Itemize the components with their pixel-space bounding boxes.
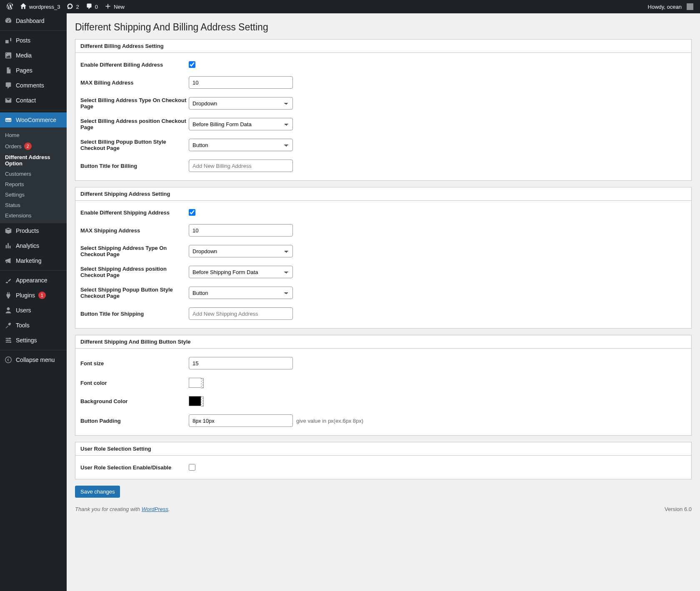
shipping-btn-title-input[interactable] <box>189 307 293 320</box>
comments-link[interactable]: 0 <box>82 0 101 13</box>
howdy-text: Howdy, ocean <box>648 4 682 10</box>
font-color-picker[interactable] <box>189 378 201 388</box>
role-panel: User Role Selection Setting User Role Se… <box>75 442 692 479</box>
bg-color-picker[interactable] <box>189 396 201 406</box>
wp-logo-link[interactable] <box>3 0 17 13</box>
chart-icon <box>4 242 12 250</box>
updates-link[interactable]: 2 <box>63 0 82 13</box>
sidebar-item-woo-home[interactable]: Home <box>0 130 67 140</box>
style-panel-header: Different Shipping And Billing Button St… <box>75 335 691 349</box>
billing-position-select[interactable]: Before Billing Form Data <box>189 118 293 130</box>
woocommerce-icon: woo <box>4 116 12 124</box>
sidebar-item-contact[interactable]: Contact <box>0 93 67 108</box>
plug-icon <box>4 291 12 299</box>
footer: Thank you for creating with WordPress. V… <box>75 498 692 512</box>
sidebar-item-woo-settings[interactable]: Settings <box>0 190 67 200</box>
brush-icon <box>4 276 12 284</box>
update-icon <box>67 3 73 11</box>
comment-icon <box>4 81 12 90</box>
billing-type-label: Select Billing Address Type On Checkout … <box>80 97 189 110</box>
wrench-icon <box>4 321 12 329</box>
font-size-label: Font size <box>80 360 189 367</box>
svg-point-3 <box>7 339 8 341</box>
sidebar-item-settings[interactable]: Settings <box>0 333 67 348</box>
svg-point-4 <box>10 342 12 343</box>
sidebar-item-woo-extensions[interactable]: Extensions <box>0 210 67 221</box>
sidebar-item-analytics[interactable]: Analytics <box>0 238 67 253</box>
sidebar-item-comments[interactable]: Comments <box>0 78 67 93</box>
save-button[interactable]: Save changes <box>75 486 120 498</box>
footer-version: Version 6.0 <box>665 506 692 512</box>
sidebar-item-tools[interactable]: Tools <box>0 318 67 333</box>
font-size-input[interactable] <box>189 357 293 369</box>
shipping-type-select[interactable]: Dropdown <box>189 245 293 257</box>
role-enable-label: User Role Selection Enable/Disable <box>80 464 189 471</box>
shipping-popup-style-label: Select Shipping Popup Button Style Check… <box>80 287 189 299</box>
font-color-label: Font color <box>80 380 189 386</box>
shipping-position-select[interactable]: Before Shipping Form Data <box>189 266 293 278</box>
max-shipping-input[interactable] <box>189 224 293 237</box>
dashboard-icon <box>4 17 12 25</box>
padding-label: Button Padding <box>80 418 189 424</box>
padding-input[interactable] <box>189 414 293 427</box>
shipping-type-label: Select Shipping Address Type On Checkout… <box>80 245 189 257</box>
footer-thanks: Thank you for creating with WordPress. <box>75 506 170 512</box>
wordpress-link[interactable]: WordPress <box>142 506 168 512</box>
max-shipping-label: MAX Shipping Address <box>80 227 189 234</box>
sidebar-item-dashboard[interactable]: Dashboard <box>0 13 67 28</box>
home-icon <box>20 3 27 11</box>
admin-bar: wordpress_3 2 0 New Howdy, ocean <box>0 0 700 13</box>
new-label: New <box>114 4 125 10</box>
sidebar-item-media[interactable]: Media <box>0 48 67 63</box>
sliders-icon <box>4 336 12 344</box>
sidebar-item-woo-orders[interactable]: Orders 2 <box>0 140 67 152</box>
sidebar-item-users[interactable]: Users <box>0 303 67 318</box>
site-link[interactable]: wordpress_3 <box>17 0 63 13</box>
billing-panel: Different Billing Address Setting Enable… <box>75 39 692 181</box>
billing-panel-header: Different Billing Address Setting <box>75 40 691 53</box>
sidebar-item-woo-diff-addr[interactable]: Different Address Option <box>0 152 67 169</box>
shipping-btn-title-label: Button Title for Shipping <box>80 311 189 317</box>
sidebar-item-woocommerce[interactable]: woo WooCommerce <box>0 112 67 127</box>
enable-billing-label: Enable Different Billing Address <box>80 62 189 68</box>
style-panel: Different Shipping And Billing Button St… <box>75 335 692 436</box>
shipping-popup-style-select[interactable]: Button <box>189 287 293 299</box>
max-billing-input[interactable] <box>189 76 293 89</box>
enable-billing-checkbox[interactable] <box>189 61 195 68</box>
shipping-panel-header: Different Shipping Address Setting <box>75 187 691 201</box>
box-icon <box>4 227 12 235</box>
enable-shipping-label: Enable Different Shipping Address <box>80 209 189 216</box>
pin-icon <box>4 36 12 45</box>
new-link[interactable]: New <box>101 0 128 13</box>
wordpress-logo-icon <box>7 3 13 11</box>
sidebar-item-pages[interactable]: Pages <box>0 63 67 78</box>
billing-popup-style-label: Select Billing Popup Button Style Checko… <box>80 139 189 151</box>
main-content: Different Shipping And Billing Address S… <box>67 13 700 591</box>
plugins-badge: 1 <box>38 292 46 299</box>
padding-hint: give value in px(ex.6px 8px) <box>296 418 363 424</box>
billing-type-select[interactable]: Dropdown <box>189 97 293 110</box>
sidebar-item-plugins[interactable]: Plugins 1 <box>0 288 67 303</box>
media-icon <box>4 51 12 60</box>
enable-shipping-checkbox[interactable] <box>189 209 195 216</box>
sidebar-item-collapse[interactable]: Collapse menu <box>0 352 67 367</box>
sidebar-item-products[interactable]: Products <box>0 223 67 238</box>
sidebar-item-woo-customers[interactable]: Customers <box>0 169 67 179</box>
plus-icon <box>105 3 111 11</box>
account-link[interactable]: Howdy, ocean <box>645 0 697 13</box>
sidebar-item-marketing[interactable]: Marketing <box>0 253 67 268</box>
svg-point-2 <box>9 338 11 339</box>
page-icon <box>4 66 12 75</box>
billing-popup-style-select[interactable]: Button <box>189 139 293 151</box>
sidebar-item-woo-status[interactable]: Status <box>0 200 67 210</box>
comments-count: 0 <box>95 4 98 10</box>
billing-btn-title-label: Button Title for Billing <box>80 163 189 169</box>
updates-count: 2 <box>76 4 79 10</box>
sidebar-item-woo-reports[interactable]: Reports <box>0 179 67 190</box>
billing-btn-title-input[interactable] <box>189 160 293 172</box>
role-enable-checkbox[interactable] <box>189 464 195 471</box>
sidebar-item-appearance[interactable]: Appearance <box>0 273 67 288</box>
admin-sidebar: Dashboard Posts Media Pages Comments Con… <box>0 13 67 591</box>
collapse-icon <box>4 356 12 364</box>
sidebar-item-posts[interactable]: Posts <box>0 33 67 48</box>
